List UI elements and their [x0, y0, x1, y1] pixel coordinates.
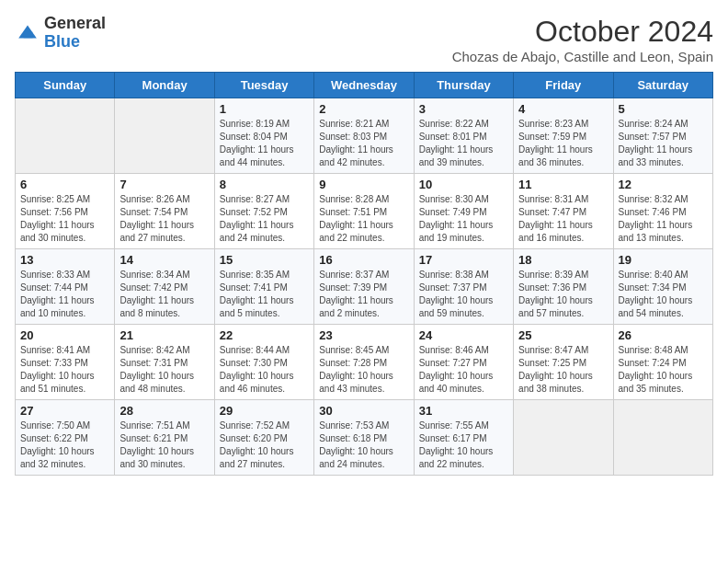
cell-content: Sunrise: 7:52 AM Sunset: 6:20 PM Dayligh…: [220, 419, 309, 471]
calendar-cell: 14Sunrise: 8:34 AM Sunset: 7:42 PM Dayli…: [115, 249, 214, 325]
day-number: 7: [119, 178, 209, 191]
day-of-week-header: Saturday: [613, 73, 712, 98]
cell-content: Sunrise: 8:34 AM Sunset: 7:42 PM Dayligh…: [119, 269, 209, 320]
calendar-cell: 17Sunrise: 8:38 AM Sunset: 7:37 PM Dayli…: [414, 249, 513, 325]
day-number: 8: [220, 178, 309, 191]
day-number: 4: [518, 102, 608, 116]
calendar-cell: 13Sunrise: 8:33 AM Sunset: 7:44 PM Dayli…: [16, 249, 115, 325]
cell-content: Sunrise: 8:26 AM Sunset: 7:54 PM Dayligh…: [119, 193, 209, 245]
logo-blue-text: Blue: [44, 33, 106, 52]
calendar-table: SundayMondayTuesdayWednesdayThursdayFrid…: [15, 72, 713, 476]
cell-content: Sunrise: 8:47 AM Sunset: 7:25 PM Dayligh…: [518, 344, 608, 396]
calendar-cell: 11Sunrise: 8:31 AM Sunset: 7:47 PM Dayli…: [514, 174, 613, 249]
day-number: 27: [20, 404, 109, 418]
calendar-cell: 24Sunrise: 8:46 AM Sunset: 7:27 PM Dayli…: [414, 325, 513, 400]
calendar-cell: 6Sunrise: 8:25 AM Sunset: 7:56 PM Daylig…: [16, 174, 115, 249]
day-of-week-header: Thursday: [414, 73, 513, 98]
day-number: 26: [619, 328, 708, 342]
calendar-cell: 21Sunrise: 8:42 AM Sunset: 7:31 PM Dayli…: [115, 325, 214, 400]
calendar-cell: 28Sunrise: 7:51 AM Sunset: 6:21 PM Dayli…: [115, 400, 214, 476]
calendar-cell: [115, 98, 214, 174]
location-title: Chozas de Abajo, Castille and Leon, Spai…: [452, 49, 713, 64]
cell-content: Sunrise: 7:50 AM Sunset: 6:22 PM Dayligh…: [20, 419, 109, 471]
day-of-week-header: Friday: [514, 73, 613, 98]
cell-content: Sunrise: 8:28 AM Sunset: 7:51 PM Dayligh…: [319, 193, 408, 245]
day-number: 22: [220, 328, 309, 342]
cell-content: Sunrise: 8:30 AM Sunset: 7:49 PM Dayligh…: [419, 193, 508, 245]
day-number: 5: [619, 102, 708, 116]
calendar-header-row: SundayMondayTuesdayWednesdayThursdayFrid…: [16, 73, 713, 98]
day-of-week-header: Monday: [115, 73, 214, 98]
calendar-cell: 4Sunrise: 8:23 AM Sunset: 7:59 PM Daylig…: [514, 98, 613, 174]
cell-content: Sunrise: 8:42 AM Sunset: 7:31 PM Dayligh…: [119, 344, 209, 396]
cell-content: Sunrise: 7:51 AM Sunset: 6:21 PM Dayligh…: [119, 419, 209, 471]
day-number: 25: [518, 328, 608, 342]
calendar-cell: 26Sunrise: 8:48 AM Sunset: 7:24 PM Dayli…: [613, 325, 712, 400]
calendar-cell: 3Sunrise: 8:22 AM Sunset: 8:01 PM Daylig…: [414, 98, 513, 174]
calendar-cell: 10Sunrise: 8:30 AM Sunset: 7:49 PM Dayli…: [414, 174, 513, 249]
cell-content: Sunrise: 8:38 AM Sunset: 7:37 PM Dayligh…: [419, 269, 508, 320]
cell-content: Sunrise: 8:19 AM Sunset: 8:04 PM Dayligh…: [220, 118, 309, 169]
cell-content: Sunrise: 8:35 AM Sunset: 7:41 PM Dayligh…: [220, 269, 309, 320]
day-number: 1: [220, 102, 309, 116]
day-number: 23: [319, 328, 408, 342]
cell-content: Sunrise: 8:41 AM Sunset: 7:33 PM Dayligh…: [20, 344, 109, 396]
calendar-cell: 29Sunrise: 7:52 AM Sunset: 6:20 PM Dayli…: [214, 400, 313, 476]
cell-content: Sunrise: 8:32 AM Sunset: 7:46 PM Dayligh…: [619, 193, 708, 245]
cell-content: Sunrise: 8:44 AM Sunset: 7:30 PM Dayligh…: [220, 344, 309, 396]
calendar-cell: 20Sunrise: 8:41 AM Sunset: 7:33 PM Dayli…: [16, 325, 115, 400]
cell-content: Sunrise: 8:40 AM Sunset: 7:34 PM Dayligh…: [619, 269, 708, 320]
calendar-week-row: 13Sunrise: 8:33 AM Sunset: 7:44 PM Dayli…: [16, 249, 713, 325]
calendar-cell: 7Sunrise: 8:26 AM Sunset: 7:54 PM Daylig…: [115, 174, 214, 249]
calendar-cell: 5Sunrise: 8:24 AM Sunset: 7:57 PM Daylig…: [613, 98, 712, 174]
calendar-cell: 22Sunrise: 8:44 AM Sunset: 7:30 PM Dayli…: [214, 325, 313, 400]
cell-content: Sunrise: 8:23 AM Sunset: 7:59 PM Dayligh…: [518, 118, 608, 169]
calendar-cell: 31Sunrise: 7:55 AM Sunset: 6:17 PM Dayli…: [414, 400, 513, 476]
cell-content: Sunrise: 8:37 AM Sunset: 7:39 PM Dayligh…: [319, 269, 408, 320]
calendar-cell: 27Sunrise: 7:50 AM Sunset: 6:22 PM Dayli…: [16, 400, 115, 476]
calendar-week-row: 6Sunrise: 8:25 AM Sunset: 7:56 PM Daylig…: [16, 174, 713, 249]
day-number: 20: [20, 328, 109, 342]
calendar-cell: 2Sunrise: 8:21 AM Sunset: 8:03 PM Daylig…: [314, 98, 414, 174]
day-number: 13: [20, 253, 109, 267]
calendar-cell: [514, 400, 613, 476]
logo-general-text: General: [44, 15, 106, 33]
day-number: 24: [419, 328, 508, 342]
day-number: 9: [319, 178, 408, 191]
page-header: General Blue October 2024 Chozas de Abaj…: [15, 15, 713, 64]
day-of-week-header: Wednesday: [314, 73, 414, 98]
cell-content: Sunrise: 8:22 AM Sunset: 8:01 PM Dayligh…: [419, 118, 508, 169]
day-number: 30: [319, 404, 408, 418]
logo-icon: [15, 20, 40, 46]
calendar-cell: 30Sunrise: 7:53 AM Sunset: 6:18 PM Dayli…: [314, 400, 414, 476]
cell-content: Sunrise: 7:55 AM Sunset: 6:17 PM Dayligh…: [419, 419, 508, 471]
day-number: 2: [319, 102, 408, 116]
calendar-week-row: 1Sunrise: 8:19 AM Sunset: 8:04 PM Daylig…: [16, 98, 713, 174]
month-title: October 2024: [452, 15, 713, 49]
calendar-cell: 1Sunrise: 8:19 AM Sunset: 8:04 PM Daylig…: [214, 98, 313, 174]
day-number: 16: [319, 253, 408, 267]
calendar-cell: [16, 98, 115, 174]
cell-content: Sunrise: 8:39 AM Sunset: 7:36 PM Dayligh…: [518, 269, 608, 320]
day-number: 6: [20, 178, 109, 191]
day-number: 18: [518, 253, 608, 267]
cell-content: Sunrise: 8:45 AM Sunset: 7:28 PM Dayligh…: [319, 344, 408, 396]
calendar-cell: 15Sunrise: 8:35 AM Sunset: 7:41 PM Dayli…: [214, 249, 313, 325]
day-number: 21: [119, 328, 209, 342]
logo: General Blue: [15, 15, 106, 52]
day-of-week-header: Tuesday: [214, 73, 313, 98]
day-number: 17: [419, 253, 508, 267]
day-number: 28: [119, 404, 209, 418]
calendar-cell: [613, 400, 712, 476]
day-number: 3: [419, 102, 508, 116]
day-number: 10: [419, 178, 508, 191]
calendar-cell: 25Sunrise: 8:47 AM Sunset: 7:25 PM Dayli…: [514, 325, 613, 400]
cell-content: Sunrise: 8:24 AM Sunset: 7:57 PM Dayligh…: [619, 118, 708, 169]
cell-content: Sunrise: 7:53 AM Sunset: 6:18 PM Dayligh…: [319, 419, 408, 471]
calendar-cell: 18Sunrise: 8:39 AM Sunset: 7:36 PM Dayli…: [514, 249, 613, 325]
cell-content: Sunrise: 8:25 AM Sunset: 7:56 PM Dayligh…: [20, 193, 109, 245]
calendar-cell: 19Sunrise: 8:40 AM Sunset: 7:34 PM Dayli…: [613, 249, 712, 325]
day-number: 31: [419, 404, 508, 418]
day-number: 29: [220, 404, 309, 418]
day-number: 15: [220, 253, 309, 267]
